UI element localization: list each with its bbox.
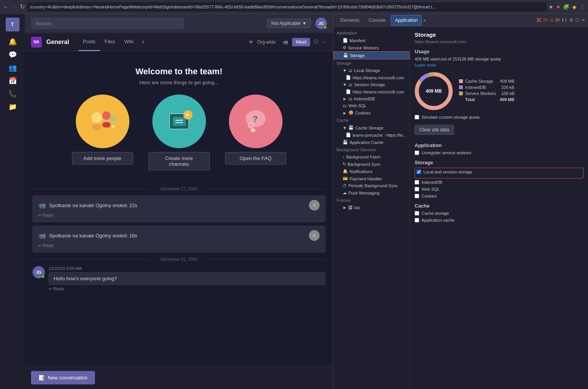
new-conversation-button[interactable]: 📝 New conversation	[31, 371, 95, 384]
reload-icon[interactable]: ↻	[20, 3, 25, 10]
url-bar[interactable]	[27, 2, 546, 11]
chat-body: 12/31/20 9:09 AM Hello how's everyone go…	[49, 266, 325, 291]
message-1-text: Spotkanie na kanale Ogólny ended: 22s	[49, 203, 137, 208]
devtools-tab-application[interactable]: Application	[391, 15, 422, 26]
message-2: 📹 Spotkanie na kanale Ogólny ended: 16s …	[33, 226, 325, 252]
tree-cache-header[interactable]: Cache	[333, 116, 410, 124]
db-icon-3: 🗂	[348, 96, 353, 101]
meet-button[interactable]: Meet	[292, 38, 310, 46]
search-input[interactable]	[31, 18, 184, 29]
svg-point-2	[102, 111, 111, 120]
local-session-checkbox[interactable]	[416, 170, 421, 174]
open-faq-card: ? Open the FAQ	[225, 95, 286, 170]
calendar-icon[interactable]: 📅	[8, 77, 17, 85]
add-people-button[interactable]: Add more people	[72, 152, 133, 165]
add-tab-button[interactable]: +	[138, 33, 148, 51]
tree-teams-precache[interactable]: 📄 teams-precache - https://te...	[333, 131, 410, 139]
create-channels-button[interactable]: Create more channels	[149, 152, 210, 170]
forward-icon[interactable]: →	[11, 3, 18, 10]
message-1-header: 📹 Spotkanie na kanale Ogólny ended: 22s …	[38, 200, 320, 211]
tab-files[interactable]: Files	[100, 33, 119, 51]
tree-local-storage[interactable]: ▼ 🗂 Local Storage	[333, 67, 410, 74]
files-icon[interactable]: 📁	[8, 103, 17, 111]
teams-icon[interactable]: 👥	[8, 64, 17, 72]
devtools-tab-elements[interactable]: Elements	[336, 15, 363, 25]
app-cache-checkbox[interactable]	[415, 218, 419, 222]
tab-posts[interactable]: Posts	[78, 33, 100, 51]
legend-cache-dot	[459, 79, 463, 83]
chat-avatar: JG	[33, 266, 45, 278]
back-icon[interactable]: ←	[3, 3, 9, 10]
not-applicable-button[interactable]: Not Applicable ▼	[267, 19, 311, 28]
expand-icon-5: ▼	[343, 126, 347, 130]
unregister-workers-checkbox[interactable]	[415, 150, 419, 155]
chat-icon[interactable]: 💬	[8, 51, 17, 59]
notif-icon: 🔔	[343, 169, 348, 174]
tree-frames-header[interactable]: Frames	[333, 196, 410, 204]
close-devtools-icon[interactable]: ✕	[581, 18, 585, 23]
cache-storage-checkbox[interactable]	[415, 211, 419, 216]
tree-bg-services-header[interactable]: Background Services	[333, 146, 410, 154]
tab-wiki[interactable]: Wiki	[120, 33, 139, 51]
tree-session-storage-teams[interactable]: 📄 https://teams.microsoft.com	[333, 88, 410, 95]
tree-bg-sync[interactable]: ↻ Background Sync	[333, 160, 410, 168]
user-avatar[interactable]: JG	[315, 18, 327, 29]
message-1-avatar: A	[309, 200, 320, 211]
open-faq-button[interactable]: Open the FAQ	[225, 152, 286, 165]
more-devtools-tabs[interactable]: »	[423, 18, 426, 23]
tree-storage[interactable]: 💾 Storage	[333, 51, 410, 59]
app-cache-icon: 💾	[343, 140, 348, 145]
tree-storage-header[interactable]: Storage	[333, 59, 410, 67]
tree-bg-fetch[interactable]: ↑ Background Fetch	[333, 154, 410, 160]
tree-frames-top[interactable]: ► 🖼 top	[333, 204, 410, 211]
tree-periodic-bg-sync[interactable]: ⏱ Periodic Background Sync	[333, 182, 410, 189]
more-options-icon[interactable]: ⋯	[322, 39, 327, 45]
tree-local-storage-teams[interactable]: 📄 https://teams.microsoft.com	[333, 74, 410, 81]
legend-service-workers-dot	[459, 92, 463, 95]
message-2-reply[interactable]: ↩ Reply	[38, 243, 320, 248]
calls-icon[interactable]: 📞	[8, 90, 17, 98]
simulate-quota-checkbox[interactable]	[415, 115, 419, 119]
menu-icon[interactable]: ⋮	[580, 4, 585, 10]
svg-rect-7	[173, 117, 186, 126]
teams-content: Not Applicable ▼ JG NA General Posts Fil…	[25, 14, 333, 389]
cookies-checkbox[interactable]	[415, 194, 419, 198]
local-session-checkbox-row: Local and session storage	[416, 170, 581, 174]
settings-icon[interactable]: ⚙	[569, 18, 573, 23]
tree-app-cache[interactable]: 💾 Application Cache	[333, 139, 410, 146]
chat-text: Hello how's everyone going?	[49, 272, 325, 285]
learn-more-link[interactable]: Learn more	[415, 63, 583, 67]
ext-icon-red[interactable]: ■	[557, 4, 560, 10]
tree-indexeddb[interactable]: ► 🗂 IndexedDB	[333, 95, 410, 102]
web-sql-checkbox[interactable]	[415, 187, 419, 191]
indexeddb-label: IndexedDB	[421, 180, 442, 185]
ext-icon-puzzle[interactable]: 🧩	[563, 4, 569, 10]
tree-web-sql[interactable]: 🗂 Web SQL	[333, 102, 410, 109]
tree-manifest[interactable]: 📄 Manifest	[333, 37, 410, 44]
tree-notifications[interactable]: 🔔 Notifications	[333, 168, 410, 175]
tree-application-header[interactable]: Application	[333, 29, 410, 37]
svg-text:?: ?	[253, 114, 258, 124]
tree-push-messaging[interactable]: ☁ Push Messaging	[333, 189, 410, 196]
tree-service-workers[interactable]: ⚙ Service Workers	[333, 44, 410, 51]
info-icon[interactable]: ⓘ	[314, 39, 318, 45]
tree-payment-handler[interactable]: 💳 Payment Handler	[333, 175, 410, 182]
channel-header: NA General Posts Files Wiki + 👁 Org-wide…	[25, 33, 333, 51]
star-icon[interactable]: ★	[549, 4, 554, 10]
message-1-reply[interactable]: ↩ Reply	[38, 213, 320, 218]
app-cache-checkbox-row: Application cache	[415, 218, 583, 222]
indexeddb-checkbox[interactable]	[415, 180, 419, 185]
clear-site-data-button[interactable]: Clear site data	[415, 125, 454, 135]
db-icon-2: 🗂	[348, 82, 353, 87]
browser-bar: ← → ↻ ★ ■ 🧩 ◆ ⋮	[0, 0, 588, 14]
activity-icon[interactable]: 🔔	[8, 38, 17, 46]
legend-service-workers-label: Service Workers	[465, 91, 496, 96]
tree-cookies[interactable]: ► 🍪 Cookies	[333, 109, 410, 116]
tree-cache-storage[interactable]: ▼ 💾 Cache Storage	[333, 124, 410, 131]
chat-reply[interactable]: ↩ Reply	[49, 286, 325, 291]
devtools-tab-console[interactable]: Console	[365, 15, 389, 25]
ext-icon-fox[interactable]: ◆	[572, 4, 577, 10]
tree-session-storage[interactable]: ▼ 🗂 Session Storage	[333, 81, 410, 88]
dock-icon[interactable]: ☐	[575, 18, 579, 23]
welcome-title: Welcome to the team!	[33, 67, 325, 77]
